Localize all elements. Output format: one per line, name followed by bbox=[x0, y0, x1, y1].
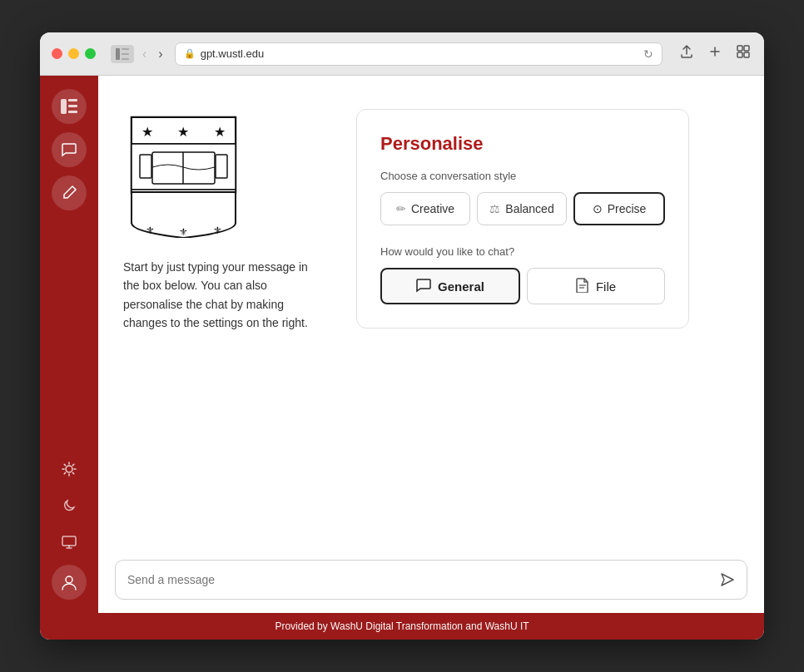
sidebar-panel-toggle-button[interactable] bbox=[52, 89, 87, 124]
main-area: ★ ★ ★ bbox=[98, 76, 764, 613]
precise-icon: ⊙ bbox=[593, 202, 603, 215]
svg-text:⚜: ⚜ bbox=[213, 225, 222, 236]
message-input[interactable] bbox=[127, 573, 720, 586]
svg-rect-4 bbox=[737, 46, 742, 51]
general-mode-button[interactable]: General bbox=[380, 268, 520, 304]
personalise-panel: Personalise Choose a conversation style … bbox=[356, 109, 689, 329]
svg-rect-10 bbox=[68, 105, 77, 107]
back-button[interactable]: ‹ bbox=[139, 45, 150, 63]
style-buttons: ✏ Creative ⚖ Balanced ⊙ Precise bbox=[380, 192, 665, 225]
washu-crest: ★ ★ ★ bbox=[123, 109, 244, 238]
forward-button[interactable]: › bbox=[155, 45, 166, 63]
file-icon bbox=[576, 278, 589, 295]
creative-label: Creative bbox=[411, 202, 454, 215]
chat-mode-buttons: General bbox=[380, 268, 665, 304]
svg-text:★: ★ bbox=[214, 125, 226, 139]
creative-icon: ✏ bbox=[396, 202, 406, 215]
compose-button[interactable] bbox=[52, 175, 87, 210]
lock-icon: 🔒 bbox=[184, 48, 196, 59]
chat-content: ★ ★ ★ bbox=[98, 76, 764, 550]
new-tab-button[interactable] bbox=[706, 42, 724, 65]
balanced-style-button[interactable]: ⚖ Balanced bbox=[477, 192, 567, 225]
svg-rect-9 bbox=[68, 99, 77, 101]
svg-rect-11 bbox=[68, 111, 77, 113]
sidebar-bottom bbox=[52, 455, 87, 600]
svg-text:⚜: ⚜ bbox=[146, 225, 155, 236]
url-bar[interactable]: 🔒 gpt.wustl.edu ↻ bbox=[175, 42, 663, 66]
svg-rect-13 bbox=[62, 536, 76, 546]
tabs-button[interactable] bbox=[734, 42, 752, 65]
svg-rect-7 bbox=[744, 52, 749, 57]
traffic-lights bbox=[52, 48, 96, 59]
chat-mode-label: How would you like to chat? bbox=[380, 245, 665, 258]
precise-style-button[interactable]: ⊙ Precise bbox=[573, 192, 665, 225]
svg-text:⚜: ⚜ bbox=[179, 226, 188, 238]
svg-rect-0 bbox=[116, 48, 120, 60]
user-avatar-button[interactable] bbox=[52, 565, 87, 600]
sidebar-toggle-button[interactable] bbox=[111, 45, 134, 63]
file-label: File bbox=[596, 279, 616, 294]
browser-window: ‹ › 🔒 gpt.wustl.edu ↻ bbox=[40, 32, 764, 640]
creative-style-button[interactable]: ✏ Creative bbox=[380, 192, 470, 225]
left-panel: ★ ★ ★ bbox=[123, 109, 323, 333]
svg-rect-23 bbox=[216, 155, 227, 178]
svg-rect-2 bbox=[122, 53, 129, 55]
message-input-bar bbox=[98, 550, 764, 613]
svg-rect-6 bbox=[737, 52, 742, 57]
footer-text: Provided by WashU Digital Transformation… bbox=[275, 620, 529, 632]
svg-rect-22 bbox=[140, 155, 151, 178]
minimize-button[interactable] bbox=[68, 48, 79, 59]
browser-titlebar: ‹ › 🔒 gpt.wustl.edu ↻ bbox=[40, 32, 764, 76]
svg-rect-8 bbox=[61, 99, 67, 114]
personalise-title: Personalise bbox=[380, 133, 665, 155]
svg-point-14 bbox=[66, 576, 72, 583]
browser-content: ★ ★ ★ bbox=[40, 76, 764, 613]
precise-label: Precise bbox=[608, 202, 647, 215]
welcome-section: ★ ★ ★ bbox=[123, 109, 739, 333]
refresh-icon[interactable]: ↻ bbox=[643, 47, 653, 61]
welcome-text: Start by just typing your message in the… bbox=[123, 258, 323, 333]
conversation-style-label: Choose a conversation style bbox=[380, 170, 665, 182]
url-text: gpt.wustl.edu bbox=[201, 47, 265, 60]
general-icon bbox=[416, 278, 431, 295]
close-button[interactable] bbox=[52, 48, 62, 59]
display-button[interactable] bbox=[55, 528, 83, 556]
svg-rect-5 bbox=[744, 46, 749, 51]
svg-text:★: ★ bbox=[177, 125, 189, 139]
balanced-label: Balanced bbox=[505, 202, 553, 215]
dark-mode-button[interactable] bbox=[55, 492, 83, 520]
sidebar bbox=[40, 76, 98, 613]
message-input-container bbox=[115, 560, 747, 600]
balanced-icon: ⚖ bbox=[489, 202, 500, 215]
light-mode-button[interactable] bbox=[55, 455, 83, 483]
svg-rect-1 bbox=[122, 48, 129, 50]
maximize-button[interactable] bbox=[85, 48, 96, 59]
svg-point-12 bbox=[66, 466, 72, 472]
share-button[interactable] bbox=[677, 42, 696, 65]
svg-rect-3 bbox=[122, 58, 129, 60]
general-label: General bbox=[438, 279, 484, 294]
send-button[interactable] bbox=[720, 572, 735, 587]
chat-button[interactable] bbox=[52, 132, 87, 167]
browser-actions bbox=[677, 42, 752, 65]
browser-controls: ‹ › bbox=[111, 45, 166, 63]
svg-text:★: ★ bbox=[141, 125, 153, 139]
file-mode-button[interactable]: File bbox=[527, 268, 665, 304]
footer-bar: Provided by WashU Digital Transformation… bbox=[40, 613, 764, 640]
